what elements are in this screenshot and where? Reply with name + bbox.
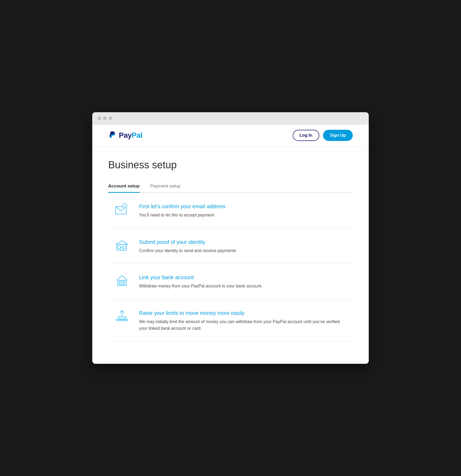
header: PayPal Log In Sign Up <box>92 124 369 147</box>
setup-text-identity: Submit proof of your identity Confirm yo… <box>139 238 347 254</box>
tabs: Account setup Payment setup <box>108 180 353 193</box>
logo: PayPal <box>108 131 143 140</box>
setup-text-limits: Raise your limits to move money more eas… <box>139 309 347 332</box>
setup-desc-identity: Confirm your identity to send and receiv… <box>139 247 347 254</box>
setup-desc-limits: We may initially limit the amount of mon… <box>139 318 347 332</box>
logo-pay: Pay <box>119 131 132 139</box>
setup-title-bank: Link your bank account <box>139 274 347 281</box>
main-content: Business setup Account setup Payment set… <box>92 147 369 354</box>
browser-content: PayPal Log In Sign Up Business setup Acc… <box>92 124 369 364</box>
setup-desc-bank: Withdraw money from your PayPal account … <box>139 283 347 290</box>
setup-item-identity[interactable]: Submit proof of your identity Confirm yo… <box>108 228 353 264</box>
logo-pal: Pal <box>132 131 143 139</box>
store-icon <box>114 238 131 253</box>
setup-title-limits: Raise your limits to move money more eas… <box>139 310 347 316</box>
browser-dot-yellow <box>103 116 107 120</box>
setup-title-identity: Submit proof of your identity <box>139 239 347 245</box>
browser-dot-green <box>109 116 112 120</box>
tab-account-setup[interactable]: Account setup <box>108 180 140 193</box>
setup-item-limits[interactable]: Raise your limits to move money more eas… <box>108 299 353 342</box>
bank-icon <box>114 273 131 288</box>
signup-button[interactable]: Sign Up <box>323 130 353 141</box>
tab-payment-setup[interactable]: Payment setup <box>150 180 180 193</box>
setup-item-bank[interactable]: Link your bank account Withdraw money fr… <box>108 264 353 299</box>
setup-text-bank: Link your bank account Withdraw money fr… <box>139 273 347 290</box>
header-actions: Log In Sign Up <box>293 130 353 141</box>
setup-item-email[interactable]: $ First let’s confirm your email address… <box>108 193 353 228</box>
browser-dot-red <box>98 116 101 120</box>
setup-text-email: First let’s confirm your email address Y… <box>139 202 347 219</box>
login-button[interactable]: Log In <box>293 130 319 141</box>
page-title: Business setup <box>108 159 353 171</box>
paypal-logo-icon <box>108 131 117 140</box>
setup-list: $ First let’s confirm your email address… <box>108 193 353 342</box>
browser-chrome <box>92 112 369 124</box>
setup-title-email: First let’s confirm your email address <box>139 203 347 210</box>
limits-icon <box>114 309 131 324</box>
svg-rect-9 <box>119 281 125 285</box>
setup-desc-email: You’ll need to do this to accept payment <box>139 212 347 219</box>
logo-text: PayPal <box>119 131 143 140</box>
browser-window: PayPal Log In Sign Up Business setup Acc… <box>92 112 369 364</box>
email-icon: $ <box>114 202 131 217</box>
svg-text:$: $ <box>124 204 125 207</box>
